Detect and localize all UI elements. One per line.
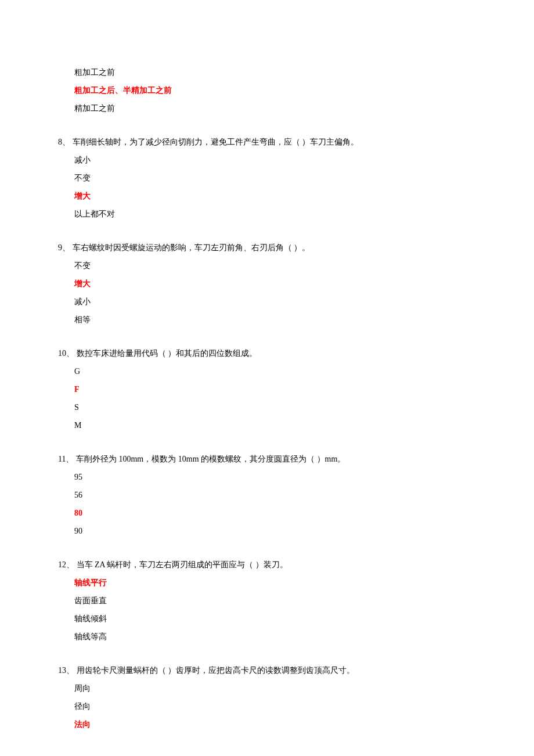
option-item: S (58, 399, 476, 417)
option-item: M (58, 417, 476, 435)
option-item: 95 (58, 469, 476, 487)
option-item-correct: 增大 (58, 275, 476, 293)
option-item: 轴线等高 (58, 628, 476, 646)
question-10: 10、 数控车床进给量用代码（ ）和其后的四位数组成。 (58, 345, 476, 363)
question-12: 12、 当车 ZA 蜗杆时，车刀左右两刃组成的平面应与（ ）装刀。 (58, 556, 476, 574)
question-number: 8、 (58, 138, 70, 146)
option-item-correct: 增大 (58, 188, 476, 206)
document-page: 粗加工之前 粗加工之后、半精加工之前 精加工之前 8、 车削细长轴时，为了减少径… (0, 0, 534, 756)
question-9: 9、 车右螺纹时因受螺旋运动的影响，车刀左刃前角、右刃后角（ ）。 (58, 239, 476, 257)
question-8: 8、 车削细长轴时，为了减少径向切削力，避免工件产生弯曲，应（ ）车刀主偏角。 (58, 134, 476, 152)
option-item: 减小 (58, 293, 476, 311)
question-13: 13、 用齿轮卡尺测量蜗杆的（ ）齿厚时，应把齿高卡尺的读数调整到齿顶高尺寸。 (58, 662, 476, 680)
question-11: 11、 车削外径为 100mm，模数为 10mm 的模数螺纹，其分度圆直径为（ … (58, 451, 476, 469)
option-item: 不变 (58, 257, 476, 275)
option-item-correct: F (58, 381, 476, 399)
option-item: 周向 (58, 680, 476, 698)
option-item: 径向 (58, 698, 476, 716)
option-item: 不变 (58, 170, 476, 188)
option-item: 精加工之前 (58, 100, 476, 118)
option-item-correct: 法向 (58, 716, 476, 734)
option-item: 减小 (58, 152, 476, 170)
option-item: 相等 (58, 311, 476, 329)
question-text: 车削细长轴时，为了减少径向切削力，避免工件产生弯曲，应（ ）车刀主偏角。 (70, 138, 359, 146)
option-item: 以上都不对 (58, 206, 476, 224)
question-number: 12、 (58, 560, 74, 569)
option-item: G (58, 363, 476, 381)
question-text: 车削外径为 100mm，模数为 10mm 的模数螺纹，其分度圆直径为（ ）mm。 (74, 455, 345, 463)
option-item-correct: 轴线平行 (58, 574, 476, 592)
question-text: 数控车床进给量用代码（ ）和其后的四位数组成。 (74, 349, 257, 358)
option-item-correct: 粗加工之后、半精加工之前 (58, 82, 476, 100)
option-item: 粗加工之前 (58, 64, 476, 82)
option-item: 齿面垂直 (58, 592, 476, 610)
question-text: 车右螺纹时因受螺旋运动的影响，车刀左刃前角、右刃后角（ ）。 (70, 243, 310, 252)
option-item: 56 (58, 487, 476, 505)
option-item: 90 (58, 523, 476, 541)
question-number: 9、 (58, 243, 70, 252)
option-item: 轴线倾斜 (58, 610, 476, 628)
question-number: 13、 (58, 666, 74, 675)
question-number: 11、 (58, 455, 74, 463)
question-text: 用齿轮卡尺测量蜗杆的（ ）齿厚时，应把齿高卡尺的读数调整到齿顶高尺寸。 (74, 666, 355, 675)
question-number: 10、 (58, 349, 74, 358)
option-item-correct: 80 (58, 505, 476, 523)
question-text: 当车 ZA 蜗杆时，车刀左右两刃组成的平面应与（ ）装刀。 (74, 560, 288, 569)
